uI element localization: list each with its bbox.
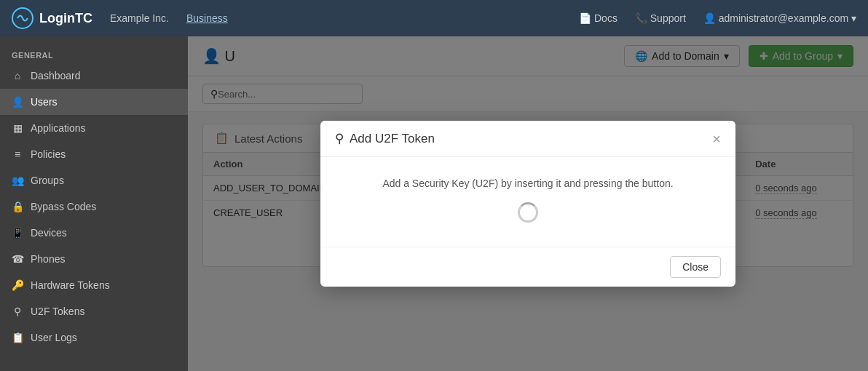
sidebar-item-hardware-tokens[interactable]: 🔑 Hardware Tokens <box>0 272 188 298</box>
org-name: Example Inc. <box>110 12 169 24</box>
layout: GENERAL ⌂ Dashboard 👤 Users ▦ Applicatio… <box>0 36 868 371</box>
modal-close-footer-button[interactable]: Close <box>670 256 721 278</box>
home-icon: ⌂ <box>12 70 23 81</box>
top-nav-right: 📄 Docs 📞 Support 👤 administrator@example… <box>579 12 856 24</box>
sidebar-item-users[interactable]: 👤 Users <box>0 89 188 115</box>
u2f-modal-icon: ⚲ <box>335 131 344 146</box>
device-icon: 📱 <box>12 227 23 239</box>
docs-link[interactable]: 📄 Docs <box>579 12 618 24</box>
sidebar-item-user-logs[interactable]: 📋 User Logs <box>0 324 188 351</box>
chevron-down-icon: ▾ <box>851 12 856 24</box>
user-menu[interactable]: 👤 administrator@example.com ▾ <box>703 12 856 24</box>
logs-icon: 📋 <box>12 332 23 343</box>
u2f-icon: ⚲ <box>12 306 23 317</box>
brand-label: LoginTC <box>39 11 92 26</box>
applications-icon: ▦ <box>12 122 23 134</box>
business-link[interactable]: Business <box>186 12 228 24</box>
sidebar-item-devices[interactable]: 📱 Devices <box>0 220 188 246</box>
sidebar-section-label: GENERAL <box>0 44 188 63</box>
sidebar-item-groups[interactable]: 👥 Groups <box>0 167 188 194</box>
modal-footer: Close <box>320 247 735 287</box>
top-nav: LoginTC Example Inc. Business 📄 Docs 📞 S… <box>0 0 868 36</box>
sidebar-item-bypass-codes[interactable]: 🔒 Bypass Codes <box>0 194 188 220</box>
docs-icon: 📄 <box>579 12 591 24</box>
hardware-token-icon: 🔑 <box>12 279 23 291</box>
sidebar-item-dashboard[interactable]: ⌂ Dashboard <box>0 63 188 89</box>
sidebar-item-u2f-tokens[interactable]: ⚲ U2F Tokens <box>0 298 188 324</box>
modal-dialog: ⚲ Add U2F Token × Add a Security Key (U2… <box>320 121 735 287</box>
brand: LoginTC <box>12 7 92 29</box>
loading-spinner <box>518 202 538 223</box>
sidebar-item-phones[interactable]: ☎ Phones <box>0 246 188 272</box>
modal-body: Add a Security Key (U2F) by inserting it… <box>320 157 735 247</box>
modal-header: ⚲ Add U2F Token × <box>320 121 735 157</box>
support-link[interactable]: 📞 Support <box>635 12 686 24</box>
phone-icon: ☎ <box>12 253 23 265</box>
groups-icon: 👥 <box>12 175 23 186</box>
user-icon: 👤 <box>703 12 716 24</box>
modal-close-button[interactable]: × <box>712 132 721 146</box>
modal-overlay: ⚲ Add U2F Token × Add a Security Key (U2… <box>188 36 868 371</box>
sidebar-item-applications[interactable]: ▦ Applications <box>0 115 188 141</box>
sidebar: GENERAL ⌂ Dashboard 👤 Users ▦ Applicatio… <box>0 36 188 371</box>
logintc-logo-icon <box>12 7 33 29</box>
sidebar-item-policies[interactable]: ≡ Policies <box>0 141 188 167</box>
user-icon: 👤 <box>12 96 23 108</box>
modal-title: ⚲ Add U2F Token <box>335 131 435 146</box>
modal-body-text: Add a Security Key (U2F) by inserting it… <box>335 177 721 189</box>
main-content: 👤 U 🌐 Add to Domain ▾ ✚ Add to Group ▾ ⚲ <box>188 36 868 371</box>
policies-icon: ≡ <box>12 148 23 160</box>
lock-icon: 🔒 <box>12 201 23 212</box>
phone-icon: 📞 <box>635 12 647 24</box>
